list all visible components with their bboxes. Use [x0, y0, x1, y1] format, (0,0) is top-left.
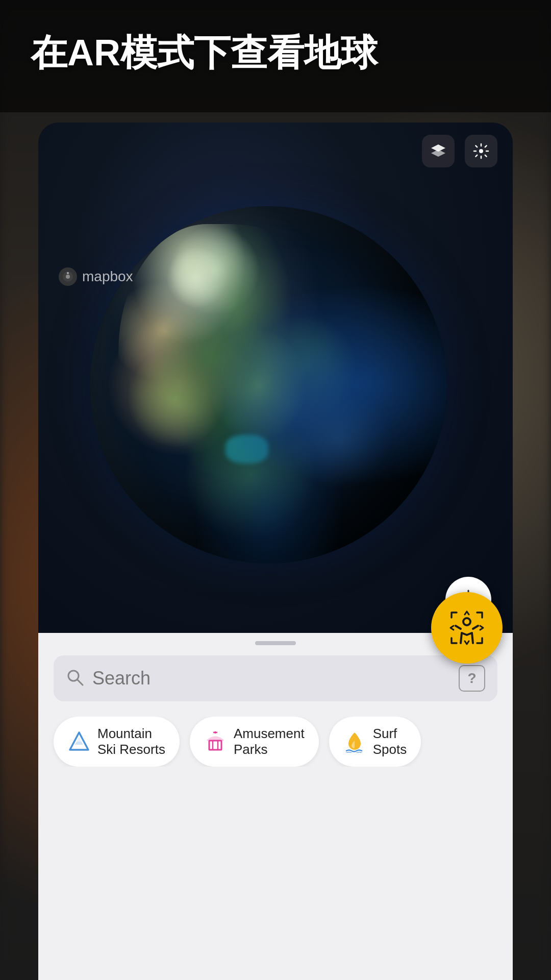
svg-point-4 — [66, 275, 70, 279]
search-icon-wrap — [66, 668, 84, 689]
ar-icon — [446, 607, 487, 648]
globe-shine — [143, 235, 268, 342]
layers-button[interactable] — [422, 135, 455, 167]
search-input[interactable] — [92, 668, 459, 689]
earth-globe[interactable] — [90, 206, 447, 564]
panel-handle[interactable] — [255, 641, 296, 645]
category-chip-mountain-ski-resorts[interactable]: MountainSki Resorts — [54, 717, 180, 767]
svg-line-14 — [78, 680, 83, 685]
mountain-ski-resorts-icon — [68, 730, 90, 753]
surf-spots-label: SurfSpots — [373, 726, 407, 757]
amusement-parks-label: AmusementParks — [234, 726, 305, 757]
app-container: mapbox — [38, 122, 513, 980]
surf-icon — [343, 730, 366, 753]
search-icon — [66, 668, 84, 687]
main-heading: 在AR模式下查看地球 — [31, 31, 520, 75]
mountain-ski-resorts-label: MountainSki Resorts — [97, 726, 165, 757]
bottom-panel: ? MountainSki Resorts — [38, 633, 513, 980]
mapbox-logo — [59, 267, 77, 286]
svg-marker-1 — [431, 150, 445, 157]
globe-area[interactable]: mapbox — [38, 122, 513, 633]
amusement-parks-icon — [204, 730, 227, 753]
mapbox-watermark: mapbox — [59, 267, 133, 286]
globe-caribbean — [226, 435, 268, 463]
gear-icon — [473, 143, 489, 159]
svg-rect-17 — [209, 741, 221, 750]
category-chip-surf-spots[interactable]: SurfSpots — [329, 717, 421, 767]
top-toolbar — [422, 135, 497, 167]
globe-wrapper — [90, 206, 447, 564]
amusement-icon — [204, 730, 227, 753]
svg-point-5 — [67, 272, 69, 274]
ar-button[interactable] — [431, 592, 503, 664]
search-bar[interactable]: ? — [54, 655, 497, 701]
mapbox-text: mapbox — [82, 268, 133, 285]
settings-button[interactable] — [465, 135, 497, 167]
layers-icon — [430, 143, 446, 159]
surf-spots-icon — [343, 730, 366, 753]
mapbox-logo-icon — [62, 271, 73, 282]
category-chip-amusement-parks[interactable]: AmusementParks — [190, 717, 319, 767]
svg-point-2 — [479, 149, 483, 153]
mountain-icon — [68, 730, 90, 753]
svg-point-12 — [463, 618, 470, 625]
search-help-button[interactable]: ? — [459, 665, 485, 692]
category-row: MountainSki Resorts — [38, 717, 513, 767]
